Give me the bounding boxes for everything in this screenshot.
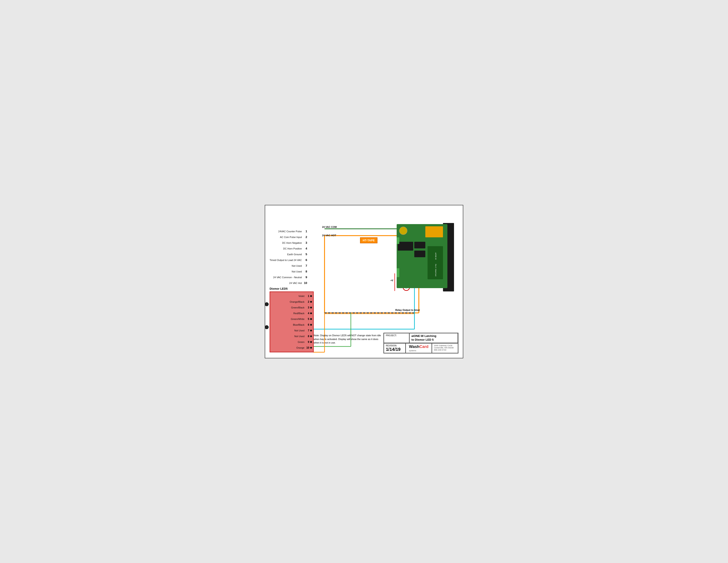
terminal-label-text: Timed Output to Load 24 VAC bbox=[270, 259, 302, 261]
dixmor-dot bbox=[310, 330, 312, 332]
company-systems: systems bbox=[409, 350, 428, 352]
dixmor-row: Green/Black3 bbox=[271, 305, 312, 311]
dixmor-row: Not Used8 bbox=[271, 334, 312, 339]
note-content: Note: Display on Dixmor LED5 will NOT ch… bbox=[314, 334, 381, 344]
project-value: aiONE-W Latching to Dixmor LED 5 bbox=[411, 334, 456, 342]
terminal-number: 9 bbox=[303, 275, 307, 279]
dixmor-number: 6 bbox=[306, 323, 309, 326]
svg-rect-33 bbox=[414, 242, 425, 248]
dixmor-row: Green/White5 bbox=[271, 316, 312, 322]
terminal-label-text: DC Horn Negative bbox=[282, 241, 302, 244]
dixmor-label-text: Green/Black bbox=[291, 306, 304, 309]
dixmor-label-text: Not Used bbox=[294, 335, 304, 338]
terminal-label-text: 24 VAC Hot bbox=[289, 282, 302, 285]
svg-text:Rev 3: Rev 3 bbox=[435, 264, 437, 268]
terminal-label-text: 24VAC Counter Pulse bbox=[278, 230, 302, 233]
terminal-row: DC Horn Negative3 bbox=[270, 240, 307, 246]
dixmor-label-text: Not Used bbox=[294, 329, 304, 332]
wash-text: Wash bbox=[409, 345, 419, 349]
dixmor-label-text: Violet bbox=[298, 295, 304, 298]
dixmor-row: Green9 bbox=[271, 339, 312, 345]
washcard-logo: WashCard systems bbox=[409, 345, 428, 352]
dixmor-dot bbox=[310, 301, 312, 303]
dixmor-number: 2 bbox=[306, 300, 309, 304]
ht-tape-label: HT-TAPE bbox=[360, 237, 377, 243]
dixmor-label-text: Blue/Black bbox=[293, 324, 304, 326]
dixmor-number: 9 bbox=[306, 341, 309, 344]
terminal-row: Not Used7 bbox=[270, 263, 307, 269]
dixmor-row: Orange/Black2 bbox=[271, 299, 312, 305]
dixmor-row: Not Used7 bbox=[271, 328, 312, 334]
dixmor-dot bbox=[310, 347, 312, 349]
vac-com-label: 24 VAC COM bbox=[322, 226, 337, 228]
terminal-number: 10 bbox=[303, 281, 307, 285]
dixmor-dot bbox=[310, 295, 312, 297]
dixmor-dot bbox=[310, 318, 312, 320]
svg-rect-35 bbox=[425, 226, 443, 237]
terminal-label-list: 24VAC Counter Pulse1AC Coin Pulse Input2… bbox=[270, 228, 307, 286]
relay-output-label: Relay Output to timer bbox=[395, 309, 420, 311]
terminal-label-text: AC Coin Pulse Input bbox=[280, 236, 302, 238]
dixmor-dot-3 bbox=[265, 302, 269, 306]
dixmor-title: Dixmor LED5 bbox=[270, 287, 314, 290]
terminal-number: 8 bbox=[303, 270, 307, 273]
svg-rect-41 bbox=[397, 268, 399, 277]
terminal-row: Earth Ground5 bbox=[270, 251, 307, 257]
dixmor-dot bbox=[310, 307, 312, 309]
dixmor-number: 5 bbox=[306, 318, 309, 321]
board-pcb: aONE-W Rev 3 WashCard bbox=[397, 224, 447, 288]
dixmor-number: 1 bbox=[306, 295, 309, 298]
svg-point-31 bbox=[399, 227, 407, 235]
dixmor-dot-7 bbox=[265, 325, 269, 329]
dixmor-row: Orange10 bbox=[271, 345, 312, 351]
terminal-number: 7 bbox=[303, 264, 307, 267]
project-label: PROJECT: bbox=[386, 334, 407, 337]
dixmor-label-text: Red/Black bbox=[293, 312, 304, 315]
dixmor-row: Violet1 bbox=[271, 293, 312, 299]
terminal-number: 6 bbox=[303, 258, 307, 261]
dixmor-dot bbox=[310, 313, 312, 314]
revision-value: 1/14/19 bbox=[386, 347, 403, 352]
diagram-page: 24 VAC COM 24 VAC HOT HT-TAPE Card Reade… bbox=[265, 205, 463, 358]
terminal-number: 4 bbox=[303, 247, 307, 250]
dixmor-row: Blue/Black6 bbox=[271, 322, 312, 328]
dixmor-label-text: Orange/Black bbox=[290, 301, 304, 303]
pcb-detail: aONE-W Rev 3 WashCard bbox=[397, 224, 447, 288]
terminal-label-text: Not Used bbox=[292, 270, 302, 273]
dixmor-container: Dixmor LED5 Violet1Orange/Black2Green/Bl… bbox=[270, 287, 314, 352]
terminal-row: 24 VAC Common - Neutral9 bbox=[270, 274, 307, 280]
svg-text:aONE-W: aONE-W bbox=[435, 252, 437, 259]
terminal-number: 1 bbox=[303, 229, 307, 233]
terminal-row: DC Horn Positive4 bbox=[270, 246, 307, 251]
terminal-row: Not Used8 bbox=[270, 269, 307, 274]
dixmor-number: 8 bbox=[306, 335, 309, 338]
svg-rect-32 bbox=[398, 242, 413, 250]
dixmor-number: 3 bbox=[306, 306, 309, 309]
terminal-label-text: Not Used bbox=[292, 264, 302, 267]
dixmor-number: 7 bbox=[306, 329, 309, 332]
dixmor-label-text: Green bbox=[298, 341, 304, 343]
circuit-board-area: aONE-W Rev 3 WashCard bbox=[392, 223, 454, 294]
terminal-row: AC Coin Pulse Input2 bbox=[270, 234, 307, 240]
dixmor-label-text: Orange bbox=[296, 347, 304, 349]
terminal-number: 3 bbox=[303, 241, 307, 244]
dixmor-dot bbox=[310, 336, 312, 337]
company-address: 2005 Gateway Circle Centerville, MN 5503… bbox=[434, 345, 456, 351]
dixmor-number: 4 bbox=[306, 312, 309, 315]
terminal-label-text: Earth Ground bbox=[287, 253, 302, 256]
terminal-label-text: DC Horn Positive bbox=[283, 247, 302, 250]
dixmor-box: Violet1Orange/Black2Green/Black3Red/Blac… bbox=[270, 292, 314, 352]
terminal-row: 24VAC Counter Pulse1 bbox=[270, 228, 307, 234]
dixmor-row: Red/Black4 bbox=[271, 311, 312, 316]
title-box: PROJECT: aiONE-W Latching to Dixmor LED … bbox=[383, 333, 458, 354]
terminal-number: 5 bbox=[303, 252, 307, 256]
svg-text:WashCard: WashCard bbox=[435, 269, 437, 276]
dixmor-label-text: Green/White bbox=[291, 318, 304, 321]
terminal-row: Timed Output to Load 24 VAC6 bbox=[270, 257, 307, 263]
revision-label: REVISION: bbox=[386, 345, 403, 347]
dixmor-number: 10 bbox=[306, 346, 309, 349]
svg-rect-34 bbox=[414, 250, 425, 257]
note-text: Note: Display on Dixmor LED5 will NOT ch… bbox=[314, 334, 382, 345]
dixmor-dot bbox=[310, 324, 312, 326]
terminal-label-text: 24 VAC Common - Neutral bbox=[273, 276, 302, 278]
